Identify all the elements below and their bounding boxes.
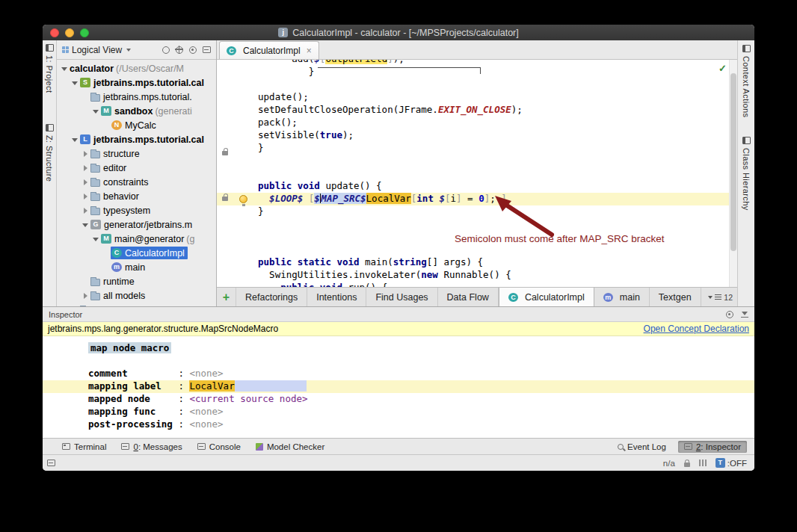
code-editor[interactable]: add($[outputField]); } update(); setDefa… bbox=[217, 60, 737, 287]
tree-row-all-models[interactable]: all models bbox=[57, 288, 216, 303]
code-line[interactable]: public void update() { bbox=[217, 180, 737, 193]
tree-row-editor[interactable]: editor bbox=[57, 161, 216, 175]
code-line[interactable]: $LOOP$ [$MAP_SRC$LocalVar[int $[i] = 0];… bbox=[217, 193, 737, 205]
editor-tab-calculatorimpl[interactable]: C CalculatorImpl × bbox=[219, 41, 319, 59]
code-line[interactable]: setVisible(true); bbox=[217, 129, 737, 142]
inspector-row-comment[interactable]: comment : <none> bbox=[43, 368, 754, 380]
aspect-tab-calculatorimpl[interactable]: CCalculatorImpl bbox=[499, 288, 594, 306]
inspector-row-mapping-label[interactable]: mapping label : LocalVar bbox=[43, 380, 754, 393]
code-line[interactable] bbox=[217, 78, 737, 91]
tree-row-behavior[interactable]: behavior bbox=[57, 189, 216, 203]
scrollbar-thumb[interactable] bbox=[730, 73, 736, 251]
caret-position[interactable]: n/a bbox=[663, 459, 675, 468]
tree-row-calculator[interactable]: calculator(/Users/Oscar/M bbox=[57, 61, 216, 75]
intention-bulb-icon[interactable] bbox=[239, 195, 247, 203]
code-line[interactable] bbox=[217, 155, 737, 167]
code-line[interactable] bbox=[217, 167, 737, 180]
tree-row-main-generator[interactable]: Mmain@generator(g bbox=[57, 232, 216, 246]
tree-twisty-icon[interactable] bbox=[81, 146, 90, 161]
tab-overflow-widget[interactable]: 12 bbox=[704, 288, 737, 306]
code-line[interactable]: } bbox=[217, 142, 737, 155]
tree-twisty-icon[interactable] bbox=[81, 217, 90, 232]
aspect-tab-data-flow[interactable]: Data Flow bbox=[438, 288, 499, 306]
tree-twisty-icon[interactable] bbox=[70, 132, 79, 146]
tree-twisty-icon[interactable] bbox=[81, 161, 90, 175]
inspector-body[interactable]: map node macro comment : <none>mapping l… bbox=[43, 336, 754, 438]
chevron-down-icon[interactable] bbox=[126, 49, 131, 52]
inspection-status-icon[interactable]: ✓ bbox=[718, 63, 727, 74]
tool-button-2-inspector[interactable]: 2: Inspector bbox=[678, 441, 747, 453]
code-line[interactable]: add($[outputField]); bbox=[217, 60, 737, 66]
code-line[interactable]: SwingUtilities.invokeLater(new Runnable(… bbox=[217, 269, 737, 282]
tree-row-jetbrains-mps-tutorial[interactable]: jetbrains.mps.tutorial. bbox=[57, 90, 216, 104]
tree-twisty-icon[interactable] bbox=[81, 203, 90, 217]
close-icon[interactable]: × bbox=[307, 46, 312, 56]
tree-row-runtime[interactable]: runtime bbox=[57, 274, 216, 288]
tree-twisty-icon[interactable] bbox=[91, 232, 100, 246]
view-selector[interactable]: Logical View bbox=[72, 45, 122, 55]
tree-twisty-icon[interactable] bbox=[60, 61, 69, 75]
memory-indicator-icon[interactable] bbox=[699, 460, 707, 466]
tool-tab-context-actions[interactable]: Context Actions bbox=[742, 45, 751, 117]
tool-button-terminal[interactable]: Terminal bbox=[62, 442, 106, 451]
title-bar[interactable]: j CalculatorImpl - calculator - [~/MPSPr… bbox=[43, 25, 754, 40]
inspector-row-mapped-node[interactable]: mapped node : <current source node> bbox=[43, 393, 754, 406]
tree-row-main[interactable]: mmain bbox=[57, 260, 216, 274]
tree-twisty-icon[interactable] bbox=[91, 104, 100, 118]
tool-button-console[interactable]: Console bbox=[197, 442, 241, 451]
open-concept-declaration-link[interactable]: Open Concept Declaration bbox=[644, 324, 749, 334]
sync-icon[interactable] bbox=[162, 46, 170, 54]
close-button[interactable] bbox=[50, 28, 59, 37]
hide-panel-icon[interactable] bbox=[741, 311, 748, 318]
tree-row-calculatorimpl[interactable]: CCalculatorImpl bbox=[57, 246, 216, 260]
tree-row-jetbrains-mps-tutorial-cal[interactable]: Ljetbrains.mps.tutorial.cal bbox=[57, 132, 216, 146]
code-line[interactable] bbox=[217, 244, 737, 256]
tree-row-typesystem[interactable]: typesystem bbox=[57, 203, 216, 217]
minimize-button[interactable] bbox=[65, 28, 74, 37]
code-line[interactable]: update(); bbox=[217, 91, 737, 104]
aspect-tab-textgen[interactable]: Textgen bbox=[650, 288, 701, 306]
tool-button-event-log[interactable]: Event Log bbox=[618, 442, 666, 451]
tree-twisty-icon[interactable] bbox=[81, 175, 90, 189]
code-line[interactable]: public void run() { bbox=[217, 282, 737, 287]
tree-row-generator-jetbrains-m[interactable]: Ggenerator/jetbrains.m bbox=[57, 217, 216, 232]
hide-tool-windows-icon[interactable] bbox=[47, 460, 55, 466]
inspector-row-mapping-func[interactable]: mapping func : <none> bbox=[43, 406, 754, 418]
tree-twisty-icon[interactable] bbox=[81, 189, 90, 203]
code-line[interactable]: } bbox=[217, 66, 737, 78]
inspector-row-post-processing[interactable]: post-processing : <none> bbox=[43, 418, 754, 431]
tool-button-model-checker[interactable]: Model Checker bbox=[256, 442, 324, 451]
maximize-button[interactable] bbox=[80, 28, 89, 37]
tool-button-0-messages[interactable]: 0: Messages bbox=[121, 442, 182, 451]
aspect-tab-main[interactable]: mmain bbox=[594, 288, 650, 306]
code-line[interactable]: pack(); bbox=[217, 117, 737, 129]
gear-icon[interactable] bbox=[189, 46, 197, 54]
aspect-tab-find-usages[interactable]: Find Usages bbox=[366, 288, 437, 306]
tool-tab-project[interactable]: 1: Project bbox=[45, 44, 54, 93]
lock-icon[interactable] bbox=[684, 463, 690, 467]
collapse-all-icon[interactable] bbox=[203, 46, 211, 53]
concept-header-cell[interactable]: map node macro bbox=[88, 342, 171, 353]
add-button[interactable]: + bbox=[217, 288, 236, 306]
code-line[interactable]: setDefaultCloseOperation(JFrame.EXIT_ON_… bbox=[217, 104, 737, 117]
aspect-tab-intentions[interactable]: Intentions bbox=[307, 288, 366, 306]
tree-row-structure[interactable]: structure bbox=[57, 146, 216, 161]
tool-tab-class-hierarchy[interactable]: Class Hierarchy bbox=[742, 137, 751, 211]
aspect-tab-refactorings[interactable]: Refactorings bbox=[236, 288, 307, 306]
gear-icon[interactable] bbox=[726, 311, 733, 318]
tree-twisty-icon[interactable] bbox=[70, 75, 79, 90]
scroll-to-node-icon[interactable] bbox=[176, 46, 183, 54]
code-line[interactable]: public static void main(string[] args) { bbox=[217, 256, 737, 269]
tool-tab-structure[interactable]: Z: Structure bbox=[45, 124, 54, 182]
code-line[interactable]: } bbox=[217, 205, 737, 218]
tree-row-mycalc[interactable]: NMyCalc bbox=[57, 118, 216, 132]
project-header: Logical View bbox=[57, 40, 216, 60]
tree-row-sandbox[interactable]: Msandbox(generati bbox=[57, 104, 216, 118]
code-line[interactable] bbox=[217, 218, 737, 231]
typing-toggle[interactable]: T :OFF bbox=[716, 458, 747, 468]
tree-row-constraints[interactable]: constraints bbox=[57, 175, 216, 189]
tree-twisty-icon[interactable] bbox=[81, 288, 90, 303]
inspector-row[interactable]: map node macro bbox=[43, 342, 754, 355]
tree-row-jetbrains-mps-tutorial-cal[interactable]: Sjetbrains.mps.tutorial.cal bbox=[57, 75, 216, 90]
vertical-scrollbar[interactable] bbox=[729, 60, 737, 287]
